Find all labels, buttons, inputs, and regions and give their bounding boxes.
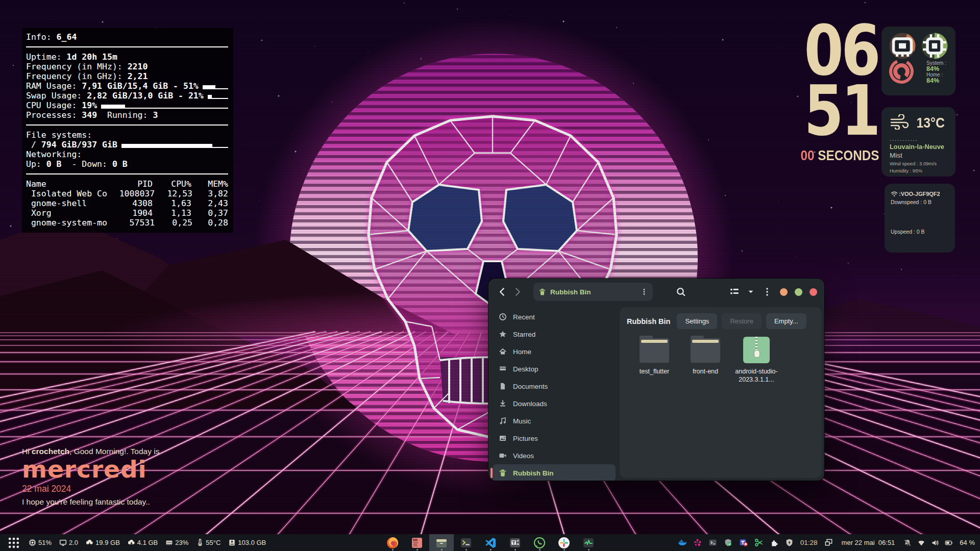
stat-value: 23%	[175, 539, 188, 546]
conky-info-line: Info: 6_64	[26, 32, 228, 42]
maximize-button[interactable]	[795, 288, 802, 296]
cpu-donut	[920, 32, 949, 60]
greeting-day: mercredi	[22, 456, 159, 483]
notes-icon	[410, 536, 424, 549]
window-stack-icon[interactable]	[824, 538, 833, 547]
sidebar-item-pictures[interactable]: Pictures	[493, 430, 616, 447]
tray-teams-alert[interactable]	[739, 538, 748, 547]
music-icon	[499, 417, 507, 425]
memory-icon	[165, 539, 173, 546]
view-toggle-button[interactable]	[729, 286, 740, 297]
conky-progress-bar	[101, 105, 228, 109]
settings-button[interactable]: Settings	[677, 313, 717, 329]
stat-value: 51%	[38, 539, 52, 546]
tray-puzzle[interactable]	[770, 538, 778, 547]
trash-icon	[538, 288, 546, 296]
app-vscode[interactable]	[478, 534, 503, 551]
conky-stat-line: File systems:	[26, 130, 228, 140]
terminal-icon	[459, 536, 473, 549]
app-whatsapp[interactable]	[527, 534, 552, 551]
stat-disk: 103.0 GB	[228, 539, 266, 546]
download-icon	[499, 399, 507, 408]
clock-widget: 06 51 00 SECONDS	[796, 20, 883, 164]
files-icon	[435, 536, 448, 549]
sidebar-item-home[interactable]: Home	[493, 343, 616, 360]
file-item-folder[interactable]: front-end	[680, 338, 731, 384]
thermometer-icon	[196, 539, 204, 546]
file-item-folder[interactable]: test_flutter	[629, 338, 680, 384]
sidebar-item-recent[interactable]: Recent	[493, 308, 616, 325]
restore-button[interactable]: Restore	[722, 313, 762, 329]
ram-donut	[888, 32, 917, 60]
app-sysmonitor[interactable]	[576, 534, 601, 551]
greeting-date: 22 mai 2024	[22, 484, 159, 494]
folder-icon	[691, 338, 720, 363]
sidebar-item-desktop[interactable]: Desktop	[493, 360, 616, 378]
view-caret-icon[interactable]	[745, 286, 756, 297]
greeting-message: I hope you're feeling fantastic today..	[22, 497, 159, 507]
slack-icon	[557, 536, 571, 549]
clock-seconds: 00 SECONDS	[801, 148, 879, 164]
app-notes[interactable]	[405, 534, 429, 551]
sidebar-item-documents[interactable]: Documents	[493, 378, 616, 395]
tray-terminal-small[interactable]	[708, 538, 717, 547]
network-widget: :VOO-JGF9QF2 Downspeed : 0 B Upspeed : 0…	[885, 184, 955, 253]
app-slack[interactable]	[552, 534, 576, 551]
empty-button[interactable]: Empty...	[766, 313, 806, 329]
bell-muted-icon[interactable]	[903, 539, 912, 547]
firefox-icon	[386, 536, 399, 549]
app-firefox[interactable]	[380, 534, 405, 551]
location-button[interactable]: Rubbish Bin	[533, 283, 653, 301]
weather-humidity: Humidity : 95%	[890, 168, 948, 173]
stat-value: 4.1 GB	[137, 539, 158, 546]
stat-monitor: 2.0	[59, 539, 78, 546]
sidebar-item-label: Recent	[513, 313, 535, 321]
stat-value: 2.0	[69, 539, 78, 546]
sidebar-item-rubbish-bin[interactable]: Rubbish Bin	[493, 464, 616, 481]
tray-dots-flower[interactable]	[693, 538, 702, 547]
sidebar-item-label: Pictures	[513, 435, 538, 442]
desktop: Info: 6_64 Uptime: 1d 20h 15mFrequency (…	[0, 0, 980, 551]
minimize-button[interactable]	[780, 288, 788, 296]
network-upspeed: Upspeed : 0 B	[891, 229, 949, 235]
forward-button[interactable]	[512, 286, 523, 297]
tray-scissors[interactable]	[754, 538, 763, 547]
stat-cpu: 51%	[29, 539, 52, 546]
disk-donut	[888, 58, 915, 85]
file-manager-window: Rubbish Bin	[488, 279, 824, 481]
app-files[interactable]	[429, 534, 454, 551]
window-menu-button[interactable]	[762, 286, 773, 297]
whatsapp-icon	[533, 536, 546, 549]
home-icon	[499, 347, 507, 356]
battery-icon[interactable]	[945, 539, 953, 547]
home-value: 84%	[926, 78, 946, 84]
wifi-icon[interactable]	[917, 539, 925, 547]
wind-icon	[890, 114, 909, 132]
monitor-icon	[59, 539, 67, 546]
search-button[interactable]	[675, 286, 687, 297]
sidebar-item-downloads[interactable]: Downloads	[493, 395, 616, 412]
conky-progress-bar	[203, 85, 228, 89]
temperature: 13°C	[916, 115, 945, 131]
volume-icon[interactable]	[931, 539, 939, 547]
taskbar-clock[interactable]: mer 22 mai 06:51	[842, 539, 895, 546]
app-terminal[interactable]	[454, 534, 478, 551]
back-button[interactable]	[497, 286, 508, 297]
clock-minutes: 51	[804, 81, 875, 141]
cpu-icon	[29, 539, 36, 546]
app-teams[interactable]	[503, 534, 527, 551]
sidebar-item-music[interactable]: Music	[493, 412, 616, 430]
close-button[interactable]	[810, 288, 817, 296]
app-grid-button[interactable]	[7, 536, 20, 549]
archive-icon	[742, 338, 771, 363]
location-menu-icon[interactable]	[641, 288, 648, 295]
sidebar-item-videos[interactable]: Videos	[493, 447, 616, 464]
tray-docker[interactable]	[678, 538, 687, 547]
memory-icon	[888, 32, 917, 60]
sidebar-item-starred[interactable]: Starred	[493, 325, 616, 343]
weather-widget: 13°C ........... Louvain-la-Neuve Mist W…	[881, 107, 955, 177]
file-item-archive[interactable]: android-studio-2023.3.1.1...	[731, 338, 782, 384]
sidebar-item-label: Starred	[513, 331, 535, 338]
tray-shield-bolt[interactable]	[785, 538, 794, 547]
tray-shield-check[interactable]	[724, 538, 732, 547]
